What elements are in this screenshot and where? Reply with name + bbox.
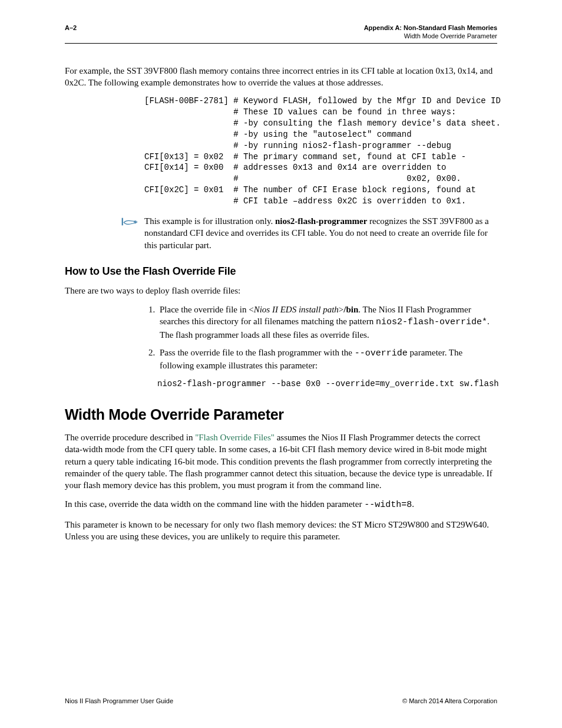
li1-bold: /bin bbox=[343, 305, 358, 314]
heading-how-to-use: How to Use the Flash Override File bbox=[65, 265, 497, 278]
paragraph-two-ways: There are two ways to deploy flash overr… bbox=[65, 285, 497, 297]
p4-t2: . bbox=[412, 499, 414, 509]
paragraph-width-desc: The override procedure described in "Fla… bbox=[65, 431, 497, 491]
footer-left: Nios II Flash Programmer User Guide bbox=[65, 697, 173, 704]
list-item: Pass the override file to the flash prog… bbox=[157, 347, 497, 372]
li1-mono: nios2-flash-override* bbox=[376, 317, 487, 327]
link-flash-override-files[interactable]: "Flash Override Files" bbox=[195, 433, 275, 442]
page-number: A–2 bbox=[65, 24, 77, 41]
deploy-steps-list: Place the override file in <Nios II EDS … bbox=[144, 304, 497, 371]
heading-width-mode: Width Mode Override Parameter bbox=[65, 406, 497, 423]
li1-t1: Place the override file in < bbox=[160, 305, 254, 314]
p4-t1: In this case, override the data width on… bbox=[65, 499, 364, 509]
header-appendix: Appendix A: Non-Standard Flash Memories bbox=[364, 24, 497, 32]
code-override-param-example: nios2-flash-programmer --base 0x0 --over… bbox=[157, 378, 497, 390]
li1-italic: Nios II EDS install path bbox=[254, 305, 339, 314]
paragraph-devices: This parameter is known to be necessary … bbox=[65, 519, 497, 543]
li2-t1: Pass the override file to the flash prog… bbox=[160, 348, 355, 357]
page-footer: Nios II Flash Programmer User Guide © Ma… bbox=[65, 697, 497, 704]
li2-mono: --override bbox=[355, 348, 408, 358]
p3-t1: The override procedure described in bbox=[65, 433, 195, 442]
header-right: Appendix A: Non-Standard Flash Memories … bbox=[364, 24, 497, 41]
code-flash-override-example: [FLASH-00BF-2781] # Keyword FLASH, follo… bbox=[144, 95, 497, 207]
paragraph-width-param: In this case, override the data width on… bbox=[65, 498, 497, 511]
list-item: Place the override file in <Nios II EDS … bbox=[157, 304, 497, 341]
note-t1: This example is for illustration only. bbox=[144, 216, 275, 226]
note-text: This example is for illustration only. n… bbox=[144, 215, 497, 251]
paragraph-intro: For example, the SST 39VF800 flash memor… bbox=[65, 65, 497, 89]
svg-rect-0 bbox=[122, 218, 123, 226]
footer-right: © March 2014 Altera Corporation bbox=[402, 697, 497, 704]
page-header: A–2 Appendix A: Non-Standard Flash Memor… bbox=[65, 24, 497, 43]
header-rule bbox=[65, 43, 497, 44]
note-bold: nios2-flash-programmer bbox=[275, 216, 367, 226]
note-block: This example is for illustration only. n… bbox=[65, 215, 497, 251]
p4-mono: --width=8 bbox=[364, 500, 412, 510]
note-hand-icon bbox=[121, 216, 138, 229]
header-section: Width Mode Override Parameter bbox=[364, 32, 497, 40]
